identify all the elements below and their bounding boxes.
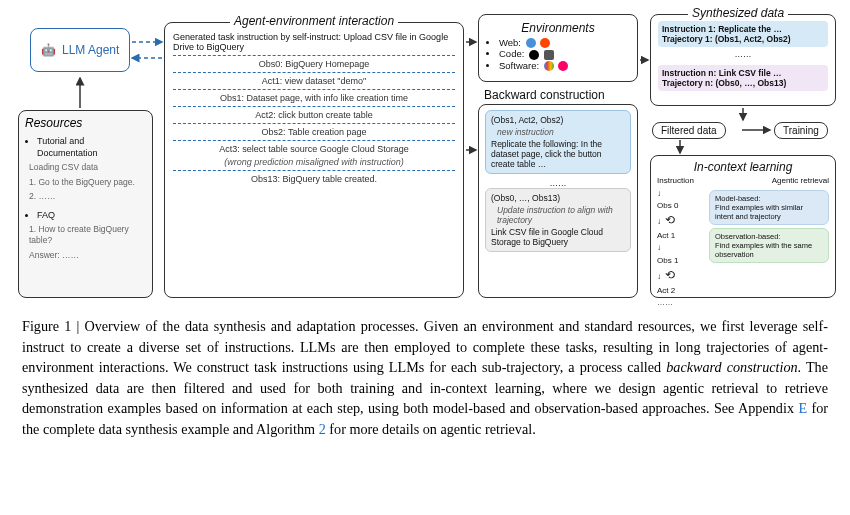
github-icon xyxy=(529,50,539,60)
synth-row: Instruction 1: Replicate the … Trajector… xyxy=(658,21,828,47)
icl-retrieval: Model-based: Find examples with similar … xyxy=(709,187,829,309)
resource-sub: 2. …… xyxy=(29,191,146,202)
figure-caption: Figure 1 | Overview of the data synthesi… xyxy=(22,316,828,440)
resource-sub: Answer: …… xyxy=(29,250,146,261)
observation-based-pill: Observation-based: Find examples with th… xyxy=(709,228,829,263)
resource-sub: Loading CSV data xyxy=(29,162,146,173)
obs2: Obs2: Table creation page xyxy=(173,127,455,137)
act3-note: (wrong prediction misaligned with instru… xyxy=(173,157,455,167)
figure-diagram: 🤖 LLM Agent Resources Tutorial and Docum… xyxy=(0,0,850,310)
resource-item-faq: FAQ xyxy=(37,209,146,221)
synth-row: Instruction n: Link CSV file … Trajector… xyxy=(658,65,828,91)
backward-construction-term: backward construction xyxy=(666,359,797,375)
terminal-icon xyxy=(544,50,554,60)
icl-trajectory: ↓ Obs 0 ↓ ⟲ Act 1 ↓ Obs 1 ↓ ⟲ Act 2 …… xyxy=(657,187,705,309)
caption-title: Overview of the data synthesis and adapt… xyxy=(84,318,418,334)
environments-panel: Environments Web: Code: Software: xyxy=(478,14,638,82)
dashed-divider xyxy=(173,140,455,141)
backward-title: Backward construction xyxy=(480,88,609,102)
obs0: Obs0: BigQuery Homepage xyxy=(173,59,455,69)
obs1: Obs1: Dataset page, with info like creat… xyxy=(173,93,455,103)
agent-label: LLM Agent xyxy=(62,43,119,57)
resource-item-tutorial: Tutorial and Documentation xyxy=(37,135,146,159)
interaction-title: Agent-environment interaction xyxy=(230,14,398,28)
backward-chip-1: (Obs1, Act2, Obs2) new instruction Repli… xyxy=(485,110,631,174)
env-web: Web: xyxy=(499,37,629,48)
appendix-link[interactable]: E xyxy=(798,400,807,416)
resource-sub: 1. How to create BigQuery table? xyxy=(29,224,146,247)
dashed-divider xyxy=(173,106,455,107)
synth-title: Synthesized data xyxy=(688,6,788,20)
env-code: Code: xyxy=(499,48,629,59)
model-based-pill: Model-based: Find examples with similar … xyxy=(709,190,829,225)
figure-number: Figure 1 xyxy=(22,318,71,334)
act2: Act2: click button create table xyxy=(173,110,455,120)
dashed-divider xyxy=(173,72,455,73)
globe-icon xyxy=(526,38,536,48)
icl-panel: In-context learning Instruction Agentic … xyxy=(650,155,836,298)
dashed-divider xyxy=(173,89,455,90)
resources-panel: Resources Tutorial and Documentation Loa… xyxy=(18,110,153,298)
training-chip: Training xyxy=(774,122,828,139)
resource-sub: 1. Go to the BigQuery page. xyxy=(29,177,146,188)
obs13: Obs13: BigQuery table created. xyxy=(173,174,455,184)
filtered-data-chip: Filtered data xyxy=(652,122,726,139)
loop-icon: ⟲ xyxy=(665,267,675,284)
backward-chip-2: (Obs0, …, Obs13) Update instruction to a… xyxy=(485,188,631,252)
dashed-divider xyxy=(173,123,455,124)
synth-panel: Instruction 1: Replicate the … Trajector… xyxy=(650,14,836,106)
interaction-panel: Generated task instruction by self-instr… xyxy=(164,22,464,298)
environments-title: Environments xyxy=(487,21,629,35)
env-software: Software: xyxy=(499,60,629,71)
robot-icon: 🤖 xyxy=(41,43,56,57)
app-icon xyxy=(558,61,568,71)
dashed-divider xyxy=(173,55,455,56)
backward-panel: (Obs1, Act2, Obs2) new instruction Repli… xyxy=(478,104,638,298)
act1: Act1: view dataset "demo" xyxy=(173,76,455,86)
backward-dots: …… xyxy=(485,178,631,188)
icl-title: In-context learning xyxy=(657,160,829,174)
act3: Act3: select table source Google Cloud S… xyxy=(173,144,455,154)
gcloud-icon xyxy=(544,61,554,71)
reddit-icon xyxy=(540,38,550,48)
loop-icon: ⟲ xyxy=(665,212,675,229)
algorithm-link[interactable]: 2 xyxy=(319,421,326,437)
llm-agent-box: 🤖 LLM Agent xyxy=(30,28,130,72)
resources-title: Resources xyxy=(25,115,146,131)
generated-instruction: Generated task instruction by self-instr… xyxy=(173,32,455,52)
dashed-divider xyxy=(173,170,455,171)
